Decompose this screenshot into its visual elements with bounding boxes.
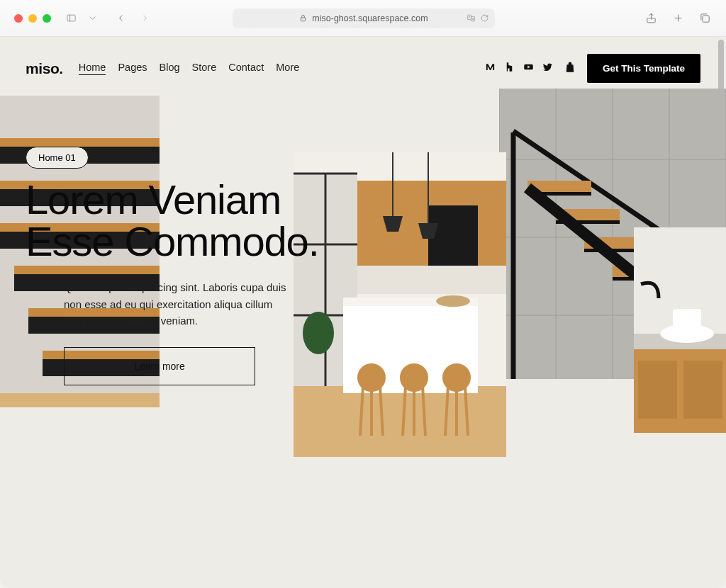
hero-headline-line1: Lorem Veniam [26, 176, 281, 222]
primary-nav: Home Pages Blog Store Contact More [79, 62, 300, 75]
twitter-icon[interactable] [542, 62, 553, 75]
site-header: miso. Home Pages Blog Store Contact More [0, 37, 726, 83]
nav-blog[interactable]: Blog [160, 62, 180, 75]
lock-icon [299, 14, 307, 22]
minimize-window-button[interactable] [28, 14, 37, 23]
svg-rect-13 [0, 138, 160, 147]
toolbar-menu-chevron-icon[interactable] [84, 10, 101, 27]
svg-rect-53 [673, 309, 701, 334]
hero-text: Home 01 Lorem Veniam Esse Commodo. Quis … [26, 147, 451, 385]
sidebar-toggle-button[interactable] [62, 10, 79, 27]
nav-home[interactable]: Home [79, 62, 106, 75]
address-bar[interactable]: miso-ghost.squarespace.com [233, 9, 495, 28]
houzz-icon[interactable] [504, 62, 515, 75]
svg-rect-55 [683, 361, 722, 419]
new-tab-button[interactable] [669, 10, 686, 27]
svg-rect-8 [702, 16, 708, 22]
url-text: miso-ghost.squarespace.com [312, 13, 428, 23]
social-links [485, 62, 553, 75]
nav-store[interactable]: Store [192, 62, 217, 75]
nav-pages[interactable]: Pages [118, 62, 147, 75]
svg-rect-4 [471, 16, 475, 21]
learn-more-button[interactable]: Learn more [64, 347, 255, 385]
svg-rect-54 [638, 361, 677, 419]
svg-rect-57 [294, 386, 506, 457]
youtube-icon[interactable] [523, 62, 534, 75]
tab-overview-button[interactable] [696, 10, 713, 27]
svg-rect-2 [301, 18, 306, 21]
hero-section: Home 01 Lorem Veniam Esse Commodo. Quis … [0, 96, 726, 549]
svg-rect-0 [67, 15, 74, 21]
cart-icon[interactable] [564, 61, 576, 77]
close-window-button[interactable] [14, 14, 23, 23]
url-actions [467, 13, 489, 23]
svg-rect-24 [0, 393, 160, 407]
get-template-button[interactable]: Get This Template [587, 54, 700, 83]
medium-icon[interactable] [485, 62, 496, 75]
site-logo[interactable]: miso. [26, 60, 63, 77]
reload-icon[interactable] [480, 13, 489, 23]
hero-headline-line2: Esse Commodo. [26, 218, 319, 264]
hero-image-bathroom [634, 227, 726, 433]
browser-toolbar: miso-ghost.squarespace.com [0, 0, 726, 37]
hero-headline: Lorem Veniam Esse Commodo. [26, 179, 451, 262]
nav-contact[interactable]: Contact [228, 62, 264, 75]
zoom-window-button[interactable] [43, 14, 51, 23]
translate-icon[interactable] [467, 13, 476, 23]
back-button[interactable] [112, 10, 129, 27]
share-button[interactable] [642, 10, 659, 27]
browser-window: miso-ghost.squarespace.com miso. [0, 0, 726, 588]
nav-more[interactable]: More [276, 62, 299, 75]
hero-subtext: Quis elit quis adipisicing sint. Laboris… [64, 279, 298, 329]
hero-tag: Home 01 [26, 147, 89, 169]
traffic-lights [14, 14, 51, 23]
site-content: miso. Home Pages Blog Store Contact More [0, 37, 726, 588]
forward-button[interactable] [136, 10, 153, 27]
page-viewport: miso. Home Pages Blog Store Contact More [0, 37, 726, 588]
